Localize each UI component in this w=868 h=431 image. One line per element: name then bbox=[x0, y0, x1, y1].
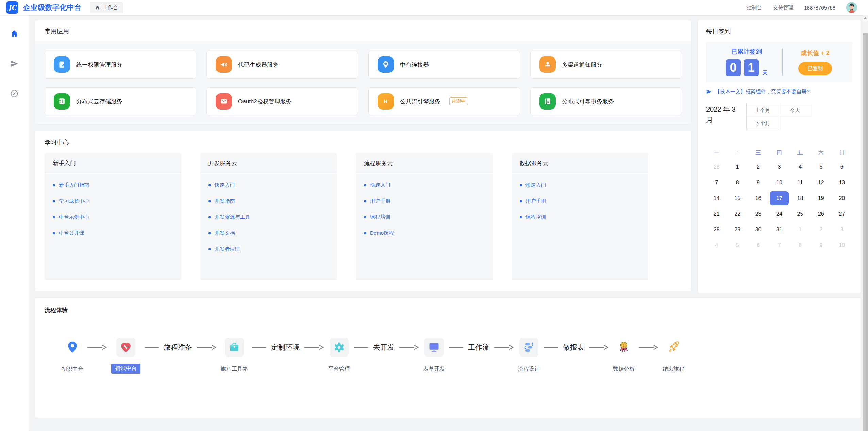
learning-link[interactable]: 快速入门 bbox=[364, 177, 484, 193]
learning-link[interactable]: Demo课程 bbox=[364, 225, 484, 241]
tech-article-link[interactable]: 【技术一文】框架组件，究竟要不要自研? bbox=[706, 88, 852, 95]
process-experience-panel: 流程体验 初识中台 初识中台 bbox=[35, 298, 861, 418]
calendar-day[interactable]: 25 bbox=[790, 206, 811, 222]
calendar-day[interactable]: 10 bbox=[769, 175, 789, 190]
learning-link[interactable]: 开发资源与工具 bbox=[208, 209, 329, 225]
app-logo[interactable]: JC bbox=[6, 1, 18, 14]
learning-link[interactable]: 快速入门 bbox=[520, 177, 640, 193]
calendar-day[interactable]: 5 bbox=[811, 159, 831, 175]
calendar-day[interactable]: 1 bbox=[790, 222, 811, 237]
flow-node-data-analysis[interactable]: 1 数据分析 bbox=[613, 338, 635, 373]
calendar-day[interactable]: 18 bbox=[790, 190, 811, 206]
learning-link[interactable]: 开发文档 bbox=[208, 225, 329, 241]
calendar-day[interactable]: 29 bbox=[727, 222, 748, 237]
learning-column-title: 开发服务云 bbox=[200, 153, 337, 173]
calendar-day[interactable]: 27 bbox=[832, 206, 852, 222]
calendar-day[interactable]: 2 bbox=[811, 222, 831, 237]
calendar-day[interactable]: 4 bbox=[790, 159, 811, 175]
calendar-day[interactable]: 2 bbox=[748, 159, 769, 175]
flow-node-finish[interactable]: 结束旅程 bbox=[663, 338, 684, 373]
daily-checkin-panel: 每日签到 已累计签到 0 1 天 成长值 + 2 bbox=[698, 20, 861, 293]
calendar-day[interactable]: 20 bbox=[832, 190, 852, 206]
calendar-day[interactable]: 10 bbox=[832, 237, 852, 253]
flow-node-label: 数据分析 bbox=[613, 366, 635, 373]
calendar-day[interactable]: 14 bbox=[706, 190, 727, 206]
app-label: 分布式可靠事务服务 bbox=[562, 98, 614, 105]
calendar-day[interactable]: 12 bbox=[811, 175, 831, 190]
calendar-day[interactable]: 31 bbox=[769, 222, 789, 237]
calendar-day[interactable]: 5 bbox=[727, 237, 748, 253]
calendar-day[interactable]: 23 bbox=[748, 206, 769, 222]
calendar-day[interactable]: 21 bbox=[706, 206, 727, 222]
calendar-day[interactable]: 16 bbox=[748, 190, 769, 206]
app-card-permission[interactable]: 统一权限管理服务 bbox=[45, 51, 196, 79]
prev-month-button[interactable]: 上个月 bbox=[746, 104, 779, 117]
calendar-day[interactable]: 6 bbox=[832, 159, 852, 175]
calendar-day[interactable]: 22 bbox=[727, 206, 748, 222]
flow-node-toolbox[interactable]: 旅程工具箱 bbox=[221, 338, 248, 373]
learning-link[interactable]: 中台示例中心 bbox=[53, 209, 173, 225]
home-icon[interactable] bbox=[10, 29, 19, 38]
calendar-day[interactable]: 24 bbox=[769, 206, 789, 222]
calendar-day[interactable]: 1 bbox=[727, 159, 748, 175]
learning-link[interactable]: 中台公开课 bbox=[53, 225, 173, 241]
avatar[interactable] bbox=[846, 2, 857, 13]
learning-link[interactable]: 开发者认证 bbox=[208, 241, 329, 257]
calendar-day[interactable]: 4 bbox=[706, 237, 727, 253]
learning-link[interactable]: 新手入门指南 bbox=[53, 177, 173, 193]
app-card-connector[interactable]: 中台连接器 bbox=[368, 51, 520, 79]
tab-workbench[interactable]: 工作台 bbox=[90, 2, 123, 13]
calendar-day[interactable]: 15 bbox=[727, 190, 748, 206]
app-card-notify[interactable]: 多渠道通知服务 bbox=[530, 51, 682, 79]
flow-node-process-design[interactable]: 流程设计 bbox=[518, 338, 540, 373]
nav-support[interactable]: 支持管理 bbox=[773, 4, 793, 11]
calendar-day[interactable]: 28 bbox=[706, 222, 727, 237]
calendar-day[interactable]: 3 bbox=[769, 159, 789, 175]
scroll-up-arrow-icon[interactable] bbox=[864, 17, 867, 19]
app-card-storage[interactable]: 分布式云存储服务 bbox=[45, 87, 196, 115]
bullet-icon bbox=[208, 184, 211, 186]
learning-link[interactable]: 课程培训 bbox=[364, 209, 484, 225]
calendar-day[interactable]: 28 bbox=[706, 159, 727, 175]
calendar-day[interactable]: 26 bbox=[811, 206, 831, 222]
scrollbar-thumb[interactable] bbox=[863, 33, 868, 431]
learning-link[interactable]: 用户手册 bbox=[364, 193, 484, 209]
today-button[interactable]: 今天 bbox=[779, 104, 811, 117]
vertical-scrollbar[interactable] bbox=[863, 15, 868, 431]
flow-node-intro[interactable]: 初识中台 bbox=[111, 338, 140, 374]
learning-link[interactable]: 学习成长中心 bbox=[53, 193, 173, 209]
app-card-transaction[interactable]: 分布式可靠事务服务 bbox=[530, 87, 682, 115]
learning-link[interactable]: 课程培训 bbox=[520, 209, 640, 225]
letter-h-icon: H bbox=[378, 93, 394, 110]
calendar-day[interactable]: 6 bbox=[748, 237, 769, 253]
nav-console[interactable]: 控制台 bbox=[747, 4, 762, 11]
calendar-day[interactable]: 13 bbox=[832, 175, 852, 190]
calendar-day[interactable]: 8 bbox=[790, 237, 811, 253]
calendar-day[interactable]: 8 bbox=[727, 175, 748, 190]
paper-plane-icon[interactable] bbox=[10, 59, 19, 68]
calendar-day[interactable]: 3 bbox=[832, 222, 852, 237]
calendar-day[interactable]: 7 bbox=[769, 237, 789, 253]
compass-icon[interactable] bbox=[10, 89, 19, 98]
calendar-day[interactable]: 17 bbox=[769, 190, 789, 206]
app-card-codegen[interactable]: 代码生成器服务 bbox=[206, 51, 358, 79]
flow-node-platform[interactable]: 平台管理 bbox=[328, 338, 350, 373]
learning-link[interactable]: 快速入门 bbox=[208, 177, 329, 193]
app-card-oauth[interactable]: Oauth2授权管理服务 bbox=[206, 87, 358, 115]
calendar-day[interactable]: 19 bbox=[811, 190, 831, 206]
calendar-day[interactable]: 9 bbox=[748, 175, 769, 190]
calendar-day[interactable]: 9 bbox=[811, 237, 831, 253]
bullet-icon bbox=[53, 184, 55, 186]
signed-in-button[interactable]: 已签到 bbox=[798, 62, 832, 75]
learning-link[interactable]: 开发指南 bbox=[208, 193, 329, 209]
flow-node-label: 表单开发 bbox=[423, 366, 445, 373]
flow-node-start[interactable]: 初识中台 bbox=[62, 338, 83, 373]
flow-node-form-dev[interactable]: 表单开发 bbox=[423, 338, 445, 373]
calendar-day[interactable]: 30 bbox=[748, 222, 769, 237]
learning-link[interactable]: 用户手册 bbox=[520, 193, 640, 209]
app-card-flow-engine[interactable]: H 公共流引擎服务 内测中 bbox=[368, 87, 520, 115]
calendar-day[interactable]: 11 bbox=[790, 175, 811, 190]
next-month-button[interactable]: 下个月 bbox=[746, 117, 779, 130]
calendar-day[interactable]: 7 bbox=[706, 175, 727, 190]
stamp-icon bbox=[539, 56, 556, 73]
